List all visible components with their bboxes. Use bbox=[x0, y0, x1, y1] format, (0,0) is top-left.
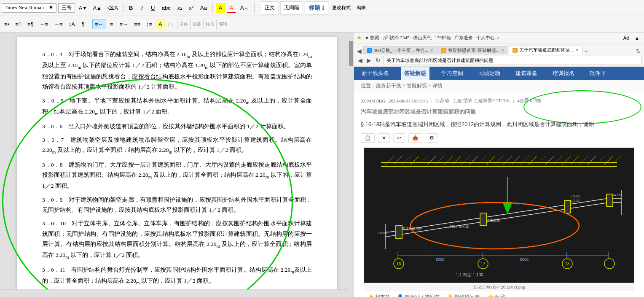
nav-back[interactable]: ◀ bbox=[357, 57, 364, 64]
border-btn[interactable]: □ bbox=[166, 19, 175, 29]
doc-text: 3．0．4 对于场馆看台下的建筑空间，结构净高在 2.10m 及以上的部位应计算… bbox=[42, 49, 312, 287]
qa-date: 2019-06-01 16:01:45 bbox=[389, 98, 428, 103]
bottom-action-bar: 👍 我支答 👤 邀请别人来回答 🔔 提醒提问者· ⭐ 收藏 bbox=[361, 291, 637, 297]
decrease-font-btn[interactable]: A▼ bbox=[77, 3, 89, 13]
more-styles-btn[interactable]: 更改样式 bbox=[330, 3, 353, 13]
clear-format-btn[interactable]: ⌫A bbox=[105, 3, 120, 13]
qa-action-copy[interactable]: 📋 bbox=[361, 133, 375, 143]
qa-action-share[interactable]: 📤 bbox=[408, 133, 422, 143]
subscript-btn[interactable]: x₂ bbox=[175, 3, 185, 13]
sort-btn[interactable]: ↕A bbox=[66, 19, 78, 29]
font-size-selector[interactable]: 三号 bbox=[58, 3, 75, 13]
qa-title-area: 汽车坡道底部封闭区域是否计算建筑面积的问题 bbox=[361, 107, 637, 116]
align-center-btn[interactable]: ≡ bbox=[107, 19, 116, 29]
scroll-thumb[interactable] bbox=[349, 41, 353, 66]
nav-refresh[interactable]: ↻ bbox=[374, 57, 382, 64]
action-remind[interactable]: 🔔 提醒提问者· bbox=[447, 294, 481, 297]
shading-btn[interactable]: A bbox=[156, 19, 165, 29]
qa-content: XCMMDBG 2019-06-01 16:01:45 | 江苏省 土建 结算 … bbox=[354, 92, 644, 297]
char-spacing-btn[interactable]: A↔ bbox=[238, 3, 251, 13]
tab-qa-close[interactable]: ✕ bbox=[501, 48, 504, 53]
multilevel-btn[interactable]: ≡¶ bbox=[25, 19, 36, 29]
svg-rect-50 bbox=[480, 213, 486, 226]
bm-price[interactable]: 广东造价 bbox=[454, 35, 473, 41]
bm-favorites[interactable]: ▼ 收藏 bbox=[365, 35, 379, 41]
bm-mail[interactable]: 139邮箱 bbox=[435, 35, 451, 41]
edit-btn[interactable]: 编辑 bbox=[354, 3, 368, 13]
url-bar[interactable] bbox=[384, 56, 641, 65]
style-normal[interactable]: 正文 bbox=[261, 1, 279, 15]
site-nav: 新干线头条 答疑解惑 学习空间 同城活动 建筑课堂 培训报名 软件下 bbox=[354, 67, 644, 80]
change-case-btn[interactable]: Aa bbox=[198, 3, 209, 13]
justify-btn[interactable]: ≡≡ bbox=[131, 19, 143, 29]
qa-action-settings[interactable]: ⚙ bbox=[426, 133, 438, 143]
refresh-btn[interactable]: ↻ bbox=[635, 48, 642, 54]
browser-btn-2[interactable]: ▲ bbox=[633, 33, 641, 43]
bm-software[interactable]: 🔗 软件-2345 bbox=[383, 35, 410, 41]
tab-qa-home[interactable]: Q 答疑解惑首页-答疑解惑... ✕ bbox=[437, 46, 508, 54]
show-marks-btn[interactable]: ¶ bbox=[78, 19, 88, 29]
tab-360-close[interactable]: ✕ bbox=[430, 48, 433, 53]
img-caption: 1559376089442032483.png bbox=[364, 283, 634, 291]
svg-text:8000: 8000 bbox=[436, 257, 444, 262]
doc-scrollbar[interactable] bbox=[348, 32, 354, 297]
browser-btn-1[interactable]: Ad bbox=[621, 33, 631, 43]
nav-forward[interactable]: ▶ bbox=[365, 57, 373, 64]
increase-indent-btn[interactable]: →≡ bbox=[51, 19, 65, 29]
action-collect[interactable]: ⭐ 收藏 bbox=[488, 294, 505, 297]
back-btn[interactable]: ◀ bbox=[356, 48, 363, 54]
bookmarks-list: ▼ 收藏 🔗 软件-2345 佛山天气 139邮箱 广东造价 bbox=[365, 35, 619, 41]
style-heading1[interactable]: 标题 1 bbox=[305, 1, 329, 15]
align-left-btn[interactable]: ≡← bbox=[92, 19, 106, 29]
decrease-indent-btn[interactable]: ←≡ bbox=[37, 19, 51, 29]
bold-btn[interactable]: B bbox=[126, 3, 136, 13]
style-none-label: 无间隔 bbox=[284, 4, 299, 11]
bm-favorites-label: 收藏 bbox=[370, 35, 379, 41]
para-309: 3．0．9 对于建筑物间的架空走廊，有顶盖和围护设施的，应按其围护结构外围水平面… bbox=[42, 195, 312, 216]
nav-newline[interactable]: 新干线头条 bbox=[358, 67, 392, 80]
font-name-label: Times New Roman bbox=[5, 5, 44, 11]
doc-scroll[interactable]: 3．0．4 对于场馆看台下的建筑空间，结构净高在 2.10m 及以上的部位应计算… bbox=[0, 32, 354, 289]
nav-train[interactable]: 培训报名 bbox=[549, 67, 578, 80]
website-content: 新干线头条 答疑解惑 学习空间 同城活动 建筑课堂 培训报名 软件下 位置：服务… bbox=[354, 67, 644, 297]
font-color-btn[interactable]: A bbox=[227, 3, 236, 13]
tab-bar: ◀ 3 360导航_一个主页，整合... ✕ Q 答疑解惑首页-答疑解惑... … bbox=[354, 43, 644, 54]
bm-profile[interactable]: 个人中心_> bbox=[476, 35, 500, 41]
tab-360[interactable]: 3 360导航_一个主页，整合... ✕ bbox=[363, 46, 437, 54]
new-tab-btn[interactable]: + bbox=[583, 48, 589, 54]
sep5 bbox=[177, 19, 177, 29]
text-highlight-btn[interactable]: A bbox=[216, 3, 225, 13]
style-none[interactable]: 无间隔 bbox=[280, 1, 303, 15]
nav-qa[interactable]: 答疑解惑 bbox=[401, 67, 429, 80]
para-306: 3．0．6 出入口外墙外侧坡道有顶盖的部位，应按其外墙结构外围水平面积的 1／2… bbox=[42, 122, 312, 132]
increase-font-btn[interactable]: A▲ bbox=[91, 3, 104, 13]
underline-btn[interactable]: U bbox=[148, 3, 158, 13]
tab-car-close[interactable]: ✕ bbox=[575, 48, 579, 52]
font-name-selector[interactable]: Times New Roman ▼ bbox=[2, 3, 56, 13]
tab-qa-label: 答疑解惑首页-答疑解惑... bbox=[448, 47, 499, 54]
para-305: 3．0．5 地下室、半地下室应按其结构外围水平面积计算。结构层高在 2.20m … bbox=[42, 96, 312, 118]
numbering-btn[interactable]: ≡1 bbox=[13, 19, 24, 29]
line-spacing-btn[interactable]: ↕≡ bbox=[144, 19, 155, 29]
qa-action-close[interactable]: ✕ bbox=[378, 133, 390, 143]
italic-btn[interactable]: I bbox=[137, 3, 147, 13]
superscript-btn[interactable]: x² bbox=[186, 3, 196, 13]
tab-car-ramp[interactable]: Q 关于汽车坡道底部封闭区... ✕ bbox=[509, 46, 582, 54]
action-invite[interactable]: 👤 邀请别人来回答 bbox=[397, 294, 440, 297]
nav-software[interactable]: 软件下 bbox=[586, 67, 609, 80]
qa-action-reply[interactable]: ↩ bbox=[393, 133, 405, 143]
bookmarks-bar: ★ ▼ 收藏 🔗 软件-2345 佛山天气 139邮箱 bbox=[354, 32, 644, 43]
nav-class[interactable]: 建筑课堂 bbox=[512, 67, 541, 80]
qa-title: 汽车坡道底部封闭区域是否计算建筑面积的问题 bbox=[361, 107, 637, 116]
group-para-label: 段落 bbox=[193, 21, 201, 27]
bullets-btn[interactable]: ≡• bbox=[2, 19, 12, 29]
align-right-btn[interactable]: ≡→ bbox=[117, 19, 131, 29]
nav-learn[interactable]: 学习空间 bbox=[438, 67, 467, 80]
nav-activity[interactable]: 同城活动 bbox=[475, 67, 504, 80]
svg-text:±0.000: ±0.000 bbox=[377, 231, 387, 235]
bm-weather[interactable]: 佛山天气 bbox=[413, 35, 432, 41]
tab-qa-favicon: Q bbox=[441, 48, 446, 53]
qa-body-area: § 16-18轴是汽车坡道底端封闭区域，按照2013的计算规则，此封闭区域是否计… bbox=[361, 120, 637, 129]
strikethrough-btn[interactable]: abc bbox=[159, 3, 173, 13]
action-vote[interactable]: 👍 我支答 bbox=[368, 294, 390, 297]
